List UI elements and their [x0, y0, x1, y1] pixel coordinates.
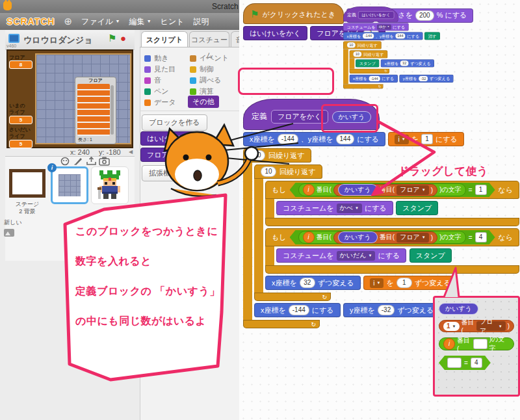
set-x-block[interactable]: x座標を-144にする	[350, 75, 398, 83]
variable-i[interactable]: i	[443, 338, 455, 350]
x-value[interactable]: -144	[369, 75, 380, 81]
upload-sprite-icon[interactable]	[86, 156, 97, 166]
stage-thumbnail[interactable]	[9, 169, 46, 198]
tab-scripts[interactable]: スクリプト	[141, 31, 188, 47]
repeat-count[interactable]: 10	[353, 51, 361, 57]
pen-clear-block[interactable]: 消す	[424, 32, 440, 40]
sprite-info-icon[interactable]: i	[47, 163, 57, 172]
category-color-swatch	[190, 66, 196, 73]
switch-costume-block[interactable]: コスチュームを かいだん▼ にする	[276, 248, 406, 263]
equals-boolean[interactable]: = 4	[439, 356, 491, 370]
category-pen[interactable]: ペン	[144, 86, 169, 96]
tab-costumes[interactable]: コスチューム	[189, 31, 229, 47]
camera-sprite-icon[interactable]	[99, 156, 110, 166]
stamp-block[interactable]: スタンプ	[410, 248, 452, 263]
category-sound[interactable]: 音	[144, 75, 161, 85]
empty-slot[interactable]	[447, 358, 462, 368]
change-y-block[interactable]: y座標を-32ずつ変える	[343, 303, 440, 317]
paint-sprite-icon[interactable]	[73, 156, 84, 166]
change-variable-block[interactable]: i▼ を1ずつ変える	[363, 276, 457, 290]
empty-slot[interactable]	[473, 339, 488, 349]
change-y-block[interactable]: y座標を-32ずつ変える	[399, 75, 454, 83]
letter-of-reporter[interactable]: i 番目( )の文字	[439, 337, 514, 350]
y-value[interactable]: 144	[395, 33, 406, 39]
item-of-list-reporter[interactable]: かいすう 番目( フロア▼ )	[333, 231, 437, 244]
resize-handle-icon[interactable]: ◀	[129, 149, 133, 155]
costume-dropdown[interactable]: かべ▼	[337, 203, 362, 213]
x-delta[interactable]: 32	[400, 60, 409, 66]
item-of-list-reporter[interactable]: かいすう 番目( フロア▼ )	[333, 184, 437, 196]
new-backdrop-image-icon[interactable]	[4, 229, 14, 237]
if-block-2[interactable]: もし i 番目( かいすう 番目( フロア▼ )	[265, 228, 519, 274]
y-delta[interactable]: -32	[419, 75, 428, 81]
equals-boolean[interactable]: i 番目( かいすう 番目( フロア▼ ) )の文字	[290, 230, 495, 244]
stamp-block[interactable]: スタンプ	[396, 201, 438, 215]
repeat-block-inner[interactable]: 10回繰り返す スタンプ x座標を32ずつ変える ↻	[350, 50, 435, 73]
call-haikei-block[interactable]: はいけいをかく	[243, 26, 307, 40]
new-sprite-library-icon[interactable]	[60, 156, 71, 166]
fullscreen-icon[interactable]	[8, 34, 20, 43]
category-control[interactable]: 制御	[190, 64, 214, 74]
set-variable-block[interactable]: i▼ を1にする	[388, 132, 463, 146]
variable-dropdown[interactable]: i▼	[370, 278, 384, 288]
mouse-y-readout: y: -180	[99, 148, 121, 156]
green-flag-icon: ⚑	[250, 8, 259, 20]
set-x-block[interactable]: x座標を-144にする	[254, 303, 341, 317]
category-more-blocks[interactable]: その他	[188, 96, 219, 108]
category-motion[interactable]: 動き	[144, 53, 168, 63]
change-x-block[interactable]: x座標を32ずつ変える	[381, 59, 434, 67]
category-sensing[interactable]: 調べる	[190, 75, 222, 85]
variable-i[interactable]: i	[303, 231, 315, 243]
letter-of-reporter[interactable]: i 番目( かいすう 番目( フロア▼ ) )の文字	[298, 231, 466, 244]
green-flag-button[interactable]: ⚑	[108, 33, 116, 44]
y-delta[interactable]: -32	[378, 305, 395, 315]
index-dropdown[interactable]: 1▼	[443, 322, 460, 331]
project-title: ウロウロダンジョ	[23, 34, 92, 46]
loop-arrow-icon: ↻	[378, 85, 381, 88]
menu-file[interactable]: ファイル ▼	[81, 16, 120, 27]
category-data[interactable]: データ	[144, 98, 176, 107]
x-value[interactable]: -144	[289, 305, 309, 315]
loop-arrow-icon: ↻	[322, 294, 327, 300]
costume-dropdown[interactable]: かいだん▼	[337, 251, 376, 261]
x-value[interactable]: -144	[363, 33, 374, 39]
costume-dropdown[interactable]: ゆか▼	[377, 24, 391, 29]
category-operators[interactable]: 演算	[190, 86, 214, 96]
item-of-list-reporter[interactable]: 1▼ 番目( フロア▼ )	[439, 320, 514, 332]
repeat-count[interactable]: 10	[347, 42, 356, 48]
compare-value[interactable]: 4	[475, 232, 487, 243]
change-x-block[interactable]: x座標を32ずつ変える	[265, 276, 361, 290]
param-kaisuu[interactable]: かいすう	[338, 231, 378, 243]
letter-of-reporter[interactable]: i 番目( かいすう 番目( フロア▼ ) )の文字	[298, 183, 466, 196]
list-scrollbar[interactable]	[110, 85, 114, 135]
category-events[interactable]: イベント	[190, 53, 229, 63]
when-flag-clicked-block[interactable]: ⚑ がクリックされたとき	[243, 3, 344, 24]
set-xy-block[interactable]: x座標を-144 、y座標を144 にする	[343, 32, 423, 40]
stop-button[interactable]: ●	[120, 33, 126, 44]
list-length: 長さ: 1	[78, 137, 92, 143]
param-kaisuu[interactable]: かいすう	[338, 184, 378, 196]
switch-costume-block[interactable]: コスチュームを ゆか▼ にする	[343, 23, 409, 31]
menu-hints[interactable]: ヒント	[161, 16, 185, 27]
globe-icon[interactable]: ⊕	[64, 16, 72, 27]
variable-delta[interactable]: 1	[396, 278, 412, 288]
equals-boolean[interactable]: i 番目( かいすう 番目( フロア▼ ) )の文字	[290, 183, 495, 197]
stamp-block[interactable]: スタンプ	[356, 59, 379, 67]
menu-about[interactable]: 説明	[194, 16, 209, 27]
variable-i[interactable]: i	[303, 184, 315, 196]
define-hat-block[interactable]: 定義 はいけいをかく	[343, 7, 398, 22]
x-delta[interactable]: 32	[300, 278, 315, 288]
y-value[interactable]: 144	[336, 134, 355, 144]
param-kaisuu-reporter[interactable]: かいすう	[439, 303, 478, 315]
list-dropdown[interactable]: フロア▼	[396, 233, 429, 243]
list-dropdown[interactable]: フロア▼	[476, 321, 506, 331]
palette-divider	[140, 111, 239, 111]
menu-edit[interactable]: 編集 ▼	[129, 16, 151, 27]
repeat-block-outer[interactable]: 10回繰り返す 10回繰り返す スタンプ x座標を32ずつ変える ↻ x座標を-…	[343, 41, 454, 88]
compare-value[interactable]: 4	[471, 358, 482, 368]
list-dropdown[interactable]: フロア▼	[396, 185, 429, 195]
variable-value[interactable]: 1	[421, 134, 433, 144]
category-looks[interactable]: 見た目	[144, 64, 176, 74]
variable-dropdown[interactable]: i▼	[395, 135, 408, 144]
compare-value[interactable]: 1	[475, 185, 487, 195]
